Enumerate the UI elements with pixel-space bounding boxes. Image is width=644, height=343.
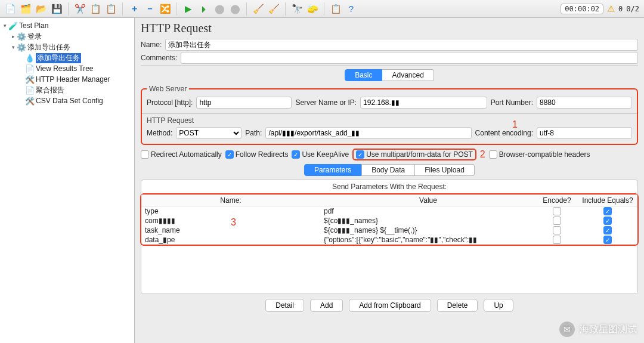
tree-node-aggregate[interactable]: 📄 聚合报告 [0, 85, 134, 95]
tab-parameters[interactable]: Parameters [304, 164, 361, 176]
tab-files-upload[interactable]: Files Upload [415, 164, 475, 176]
table-row[interactable] [536, 206, 578, 216]
chk-keepalive[interactable]: ✓Use KeepAlive [292, 150, 349, 159]
page-icon: 📄 [25, 64, 35, 73]
table-row[interactable] [536, 216, 578, 225]
up-button[interactable]: Up [484, 299, 513, 312]
tab-advanced[interactable]: Advanced [382, 69, 434, 81]
chevron-down-icon[interactable]: ▾ [10, 44, 17, 50]
help-icon[interactable]: ? [344, 2, 358, 16]
chevron-down-icon[interactable]: ▾ [1, 23, 8, 29]
tree-label: HTTP Header Manager [36, 75, 110, 84]
collapse-minus-icon[interactable]: － [143, 2, 157, 16]
cut-icon[interactable]: ✂️ [73, 2, 87, 16]
page-icon: 📄 [25, 85, 35, 95]
table-row[interactable]: type [141, 206, 320, 216]
tree-node-csv-config[interactable]: 🛠️ CSV Data Set Config [0, 95, 134, 106]
port-label: Port Number: [491, 98, 533, 107]
table-button-bar: Detail Add Add from Clipboard Delete Up [141, 299, 638, 312]
table-row[interactable]: {"options":[{"key":"basic","name":"▮▮","… [320, 235, 536, 245]
comments-label: Comments: [141, 54, 177, 62]
annotation-1: 1 [512, 119, 518, 130]
table-row[interactable]: ✓ [578, 235, 637, 245]
comments-input[interactable] [181, 52, 638, 64]
wrench-icon: 🛠️ [25, 75, 35, 84]
test-plan-tree[interactable]: ▾ 🧪 Test Plan ▸ ⚙️ 登录 ▾ ⚙️ 添加导出任务 💧 添加导出… [0, 18, 135, 343]
chk-browser-compat[interactable]: Browser-compatible headers [489, 150, 590, 159]
detail-button[interactable]: Detail [265, 299, 304, 312]
table-row[interactable] [536, 225, 578, 235]
editor-panel: HTTP Request Name: Comments: Basic Advan… [135, 18, 644, 343]
table-row[interactable]: pdf [320, 206, 536, 216]
toggle-icon[interactable]: 🔀 [158, 2, 172, 16]
tab-basic[interactable]: Basic [345, 69, 382, 81]
chk-multipart[interactable]: ✓Use multipart/form-data for POST [352, 149, 476, 160]
tree-node-addtask-group[interactable]: ▾ ⚙️ 添加导出任务 [0, 42, 134, 52]
clear-all-icon[interactable]: 🧹 [267, 2, 281, 16]
tab-body-data[interactable]: Body Data [361, 164, 415, 176]
folder-templates-icon[interactable]: 🗂️ [18, 2, 33, 16]
tree-node-test-plan[interactable]: ▾ 🧪 Test Plan [0, 20, 134, 31]
save-icon[interactable]: 💾 [49, 2, 64, 16]
http-request-legend: HTTP Request [147, 116, 632, 125]
table-row[interactable]: ✓ [578, 216, 637, 225]
tree-label: 添加导出任务 [36, 53, 81, 63]
paste-icon[interactable]: 📋 [104, 2, 118, 16]
params-tabs: Parameters Body Data Files Upload [141, 164, 638, 176]
method-label: Method: [147, 129, 172, 137]
tree-node-view-results[interactable]: 📄 View Results Tree [0, 63, 134, 74]
col-encode[interactable]: Encode? [536, 194, 578, 206]
parameters-caption: Send Parameters With the Request: [141, 180, 637, 193]
path-input[interactable] [265, 127, 471, 139]
table-row[interactable]: data_▮pe [141, 235, 320, 245]
tree-label: 登录 [27, 32, 42, 42]
expand-plus-icon[interactable]: ＋ [127, 2, 141, 16]
watermark: ✉ 海致星图测试 [559, 322, 637, 337]
protocol-input[interactable] [196, 97, 292, 109]
table-row[interactable]: ${co▮▮▮_names} [320, 216, 536, 225]
add-from-clipboard-button[interactable]: Add from Clipboard [349, 299, 431, 312]
warning-icon[interactable]: ⚠ [607, 4, 615, 14]
tree-node-login[interactable]: ▸ ⚙️ 登录 [0, 31, 134, 42]
clear-icon[interactable]: 🧹 [251, 2, 265, 16]
server-input[interactable] [360, 97, 487, 109]
copy-icon[interactable]: 📋 [88, 2, 103, 16]
chevron-right-icon[interactable]: ▸ [10, 33, 17, 39]
stop-icon[interactable]: ⬤ [212, 2, 227, 16]
encoding-input[interactable] [537, 127, 632, 139]
watermark-text: 海致星图测试 [580, 323, 637, 336]
col-value[interactable]: Value [320, 194, 536, 206]
table-row[interactable]: ${co▮▮▮_names} ${__time(,)} [320, 225, 536, 235]
server-label: Server Name or IP: [295, 98, 357, 107]
annotation-3: 3 [231, 217, 236, 228]
page-title: HTTP Request [141, 21, 638, 35]
add-button[interactable]: Add [310, 299, 343, 312]
chk-follow-redirects[interactable]: ✓Follow Redirects [225, 150, 289, 159]
tree-label: CSV Data Set Config [36, 97, 103, 105]
reset-search-icon[interactable]: 🧽 [305, 2, 320, 16]
table-row[interactable] [536, 235, 578, 245]
run-icon[interactable]: ▶ [181, 2, 196, 16]
open-folder-icon[interactable]: 📂 [34, 2, 48, 16]
shutdown-icon[interactable]: ⬤ [228, 2, 242, 16]
tree-label: 添加导出任务 [27, 42, 70, 52]
col-include[interactable]: Include Equals? [578, 194, 637, 206]
path-label: Path: [245, 129, 262, 137]
search-icon[interactable]: 🔭 [290, 2, 304, 16]
gear-icon: ⚙️ [17, 42, 26, 52]
function-helper-icon[interactable]: 📋 [329, 2, 343, 16]
delete-button[interactable]: Delete [437, 299, 478, 312]
table-row[interactable]: ✓ [578, 225, 637, 235]
tree-node-addtask-sampler[interactable]: 💧 添加导出任务 [0, 52, 134, 63]
port-input[interactable] [537, 97, 632, 109]
gear-icon: ⚙️ [17, 32, 26, 41]
name-input[interactable] [165, 39, 638, 51]
table-row[interactable]: ✓ [578, 206, 637, 216]
chk-redirect-auto[interactable]: Redirect Automatically [141, 150, 222, 159]
new-file-icon[interactable]: 📄 [3, 2, 17, 16]
basic-advanced-tabs: Basic Advanced [141, 69, 638, 81]
method-select[interactable]: POST [176, 127, 242, 139]
col-name[interactable]: Name: [141, 194, 320, 206]
run-no-timers-icon[interactable]: ⏵ [197, 2, 211, 16]
tree-node-header-manager[interactable]: 🛠️ HTTP Header Manager [0, 74, 134, 85]
